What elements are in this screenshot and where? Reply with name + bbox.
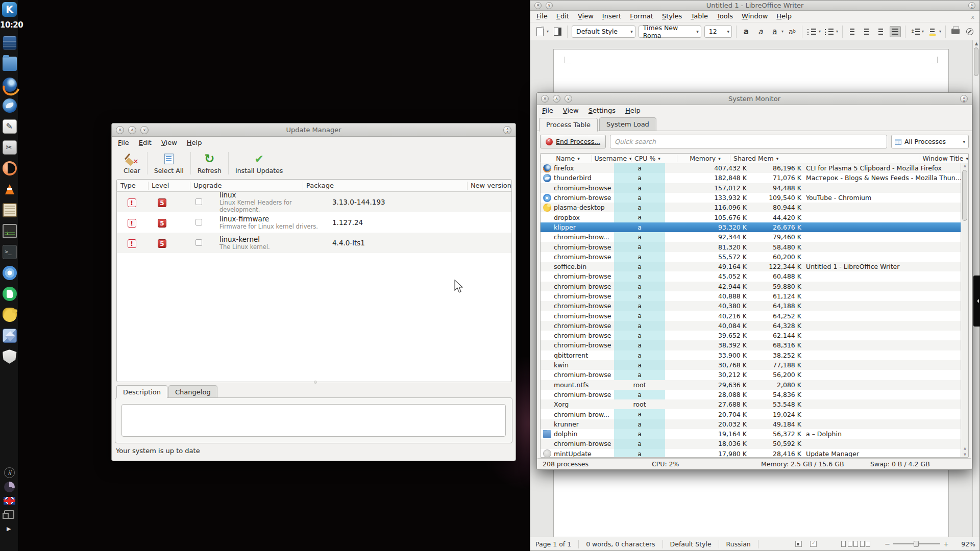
end-process-button[interactable]: End Process... bbox=[540, 135, 606, 148]
column-header[interactable]: Window Title bbox=[919, 155, 968, 162]
menu-item[interactable]: File bbox=[536, 12, 548, 20]
menu-item[interactable]: Settings bbox=[589, 107, 616, 114]
menu-item[interactable]: Help bbox=[625, 107, 641, 114]
file-manager-icon[interactable] bbox=[3, 57, 17, 71]
splitter-handle[interactable] bbox=[314, 381, 317, 384]
tab[interactable]: Process Table bbox=[539, 118, 598, 132]
quick-search-input[interactable] bbox=[610, 135, 887, 148]
vlc-icon[interactable] bbox=[3, 182, 17, 196]
print-icon[interactable] bbox=[950, 26, 961, 37]
keyboard-layout-uk-icon[interactable] bbox=[4, 497, 15, 505]
shade-icon[interactable]: ∨ bbox=[546, 2, 553, 9]
process-row[interactable]: chromium-browse a 28,088 K 54,836 K bbox=[541, 390, 968, 399]
process-row[interactable]: klipper a 93,320 K 26,676 K bbox=[541, 222, 968, 232]
thunderbird-icon[interactable] bbox=[3, 98, 17, 113]
scroll-up-icon[interactable]: ▲ bbox=[973, 41, 980, 46]
column-header[interactable]: Upgrade bbox=[190, 182, 303, 190]
menu-item[interactable]: Edit bbox=[139, 139, 152, 146]
table-scrollbar[interactable]: ∧ ∧ ∨ bbox=[961, 163, 968, 457]
column-header[interactable]: Shared Mem bbox=[730, 155, 919, 162]
clipboard-tray-icon[interactable] bbox=[4, 510, 14, 519]
process-row[interactable]: kwin a 30,768 K 77,188 K bbox=[541, 360, 968, 370]
process-row[interactable]: qbittorrent a 33,900 K 38,252 K bbox=[541, 350, 968, 360]
column-header[interactable]: Username bbox=[592, 155, 631, 162]
um-titlebar[interactable]: ✕ ∧ ∨ Update Manager ∧∧ bbox=[112, 123, 516, 137]
column-header[interactable]: Type bbox=[117, 182, 148, 190]
menu-item[interactable]: Table bbox=[691, 12, 708, 20]
align-center-icon[interactable] bbox=[861, 26, 872, 37]
scrollbar-thumb[interactable] bbox=[974, 47, 978, 76]
word-count[interactable]: 0 words, 0 characters bbox=[579, 540, 663, 548]
close-icon[interactable]: ✕ bbox=[116, 126, 124, 134]
page-count[interactable]: Page 1 of 1 bbox=[534, 540, 579, 548]
toolbar-button[interactable]: Install Updates bbox=[228, 152, 289, 174]
chevron-down-icon[interactable]: ▾ bbox=[781, 29, 783, 34]
process-row[interactable]: chromium-browse a 55,572 K 60,200 K bbox=[541, 252, 968, 262]
process-row[interactable]: chromium-browse a 133,932 K 109,540 K Yo… bbox=[541, 193, 968, 203]
description-textarea[interactable] bbox=[121, 404, 506, 437]
menu-item[interactable]: Window bbox=[742, 12, 768, 20]
virtualbox-icon[interactable] bbox=[3, 329, 17, 343]
book-reader-icon[interactable] bbox=[3, 203, 17, 217]
virtual-desktops-icon[interactable] bbox=[3, 36, 17, 50]
tab[interactable]: Description bbox=[116, 385, 167, 398]
process-row[interactable]: soffice.bin a 49,164 K 122,344 K Untitle… bbox=[541, 262, 968, 271]
writer-titlebar[interactable]: ✕ ∨ Untitled 1 - LibreOffice Writer ∧∧ bbox=[530, 1, 979, 11]
line-spacing-icon[interactable] bbox=[910, 26, 921, 37]
collapse-icon[interactable]: ∧∧ bbox=[960, 95, 968, 103]
maximize-icon[interactable]: ∧ bbox=[128, 126, 136, 134]
upgrade-checkbox[interactable] bbox=[195, 239, 202, 246]
maximize-icon[interactable]: ∧ bbox=[553, 95, 560, 103]
menu-item[interactable]: Insert bbox=[602, 12, 621, 20]
bold-icon[interactable] bbox=[741, 26, 752, 37]
sidebar-toggle-icon[interactable] bbox=[552, 26, 563, 37]
chevron-down-icon[interactable]: ▾ bbox=[922, 29, 924, 34]
process-row[interactable]: mount.ntfs root 29,636 K 2,080 K bbox=[541, 380, 968, 390]
process-row[interactable]: krunner a 20,032 K 49,184 K bbox=[541, 419, 968, 429]
process-row[interactable]: chromium-browse a 45,052 K 60,488 K bbox=[541, 271, 968, 281]
process-filter-select[interactable]: All Processes ▾ bbox=[891, 135, 969, 148]
scroll-up-icon[interactable]: ∧ bbox=[961, 446, 969, 451]
font-size-select[interactable]: 12▾ bbox=[704, 26, 732, 38]
update-row[interactable]: ! 5 linuxLinux Kernel Headers for develo… bbox=[117, 192, 511, 212]
menu-item[interactable]: View bbox=[563, 107, 579, 114]
scroll-down-icon[interactable]: ∨ bbox=[961, 452, 969, 457]
chevron-down-icon[interactable]: ▾ bbox=[819, 29, 821, 34]
tab[interactable]: Changelog bbox=[168, 385, 217, 398]
menu-item[interactable]: File bbox=[542, 107, 553, 114]
evernote-icon[interactable] bbox=[3, 287, 17, 301]
menu-item[interactable]: View bbox=[161, 139, 177, 146]
column-header[interactable]: Name bbox=[541, 155, 592, 162]
panel-expander-icon[interactable]: ▶ bbox=[7, 525, 11, 532]
info-icon[interactable]: i bbox=[4, 467, 15, 478]
upgrade-checkbox[interactable] bbox=[195, 219, 202, 226]
scrollbar-thumb[interactable] bbox=[962, 170, 967, 221]
menu-item[interactable]: Help bbox=[187, 139, 202, 146]
toolbar-button[interactable]: Select All bbox=[147, 152, 190, 174]
chevron-down-icon[interactable]: ▾ bbox=[939, 29, 941, 34]
process-row[interactable]: chromium-browse a 157,012 K 94,488 K bbox=[541, 183, 968, 193]
column-header[interactable]: Memory bbox=[677, 155, 730, 162]
chromium-icon[interactable] bbox=[3, 266, 17, 280]
zoom-slider-thumb[interactable] bbox=[914, 541, 919, 547]
close-icon[interactable]: ✕ bbox=[541, 95, 549, 103]
new-document-icon[interactable] bbox=[534, 26, 546, 37]
align-left-icon[interactable] bbox=[847, 26, 858, 37]
book-view-icon[interactable] bbox=[860, 541, 865, 547]
process-row[interactable]: chromium-browse a 30,212 K 56,200 K bbox=[541, 370, 968, 380]
chevron-down-icon[interactable]: ▾ bbox=[836, 29, 838, 34]
collapse-icon[interactable]: ∧∧ bbox=[968, 2, 975, 9]
process-row[interactable]: chromium-browse a 42,944 K 59,880 K bbox=[541, 282, 968, 291]
sm-titlebar[interactable]: ✕ ∧ ∨ System Monitor ∧∧ bbox=[537, 93, 972, 105]
paragraph-spacing-icon[interactable] bbox=[927, 26, 938, 37]
process-row[interactable]: chromium-browse a 40,084 K 64,328 K bbox=[541, 321, 968, 331]
process-row[interactable]: chromium-browse a 40,216 K 64,252 K bbox=[541, 311, 968, 320]
wish-lamp-icon[interactable] bbox=[3, 308, 17, 322]
underline-icon[interactable] bbox=[769, 26, 780, 37]
collapse-icon[interactable]: ∧∧ bbox=[503, 126, 511, 134]
menu-item[interactable]: View bbox=[578, 12, 594, 20]
process-row[interactable]: firefox a 407,432 K 86,196 K CLI for Pla… bbox=[541, 163, 968, 173]
scroll-up-icon[interactable]: ∧ bbox=[961, 164, 969, 168]
zoom-out-icon[interactable]: − bbox=[881, 540, 893, 548]
process-row[interactable]: plasma-desktop a 116,096 K 80,944 K bbox=[541, 203, 968, 212]
